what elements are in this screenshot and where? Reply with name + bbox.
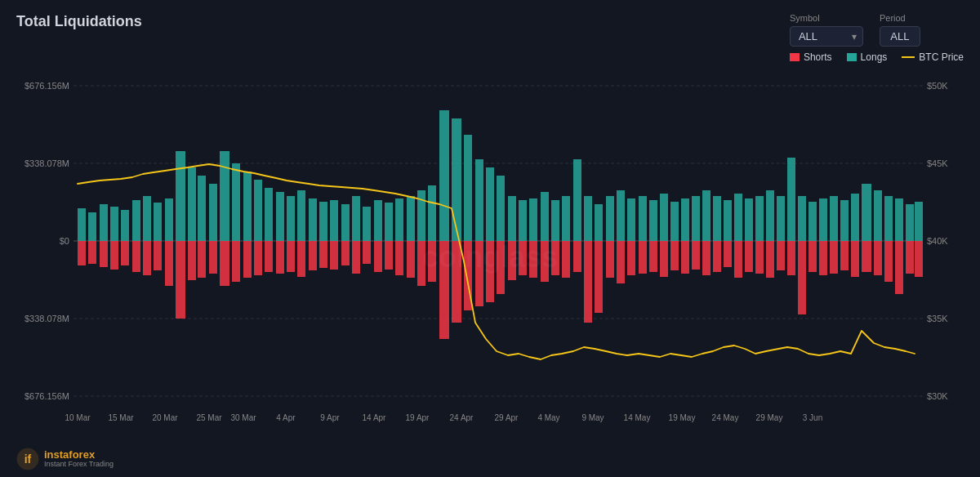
svg-rect-73 [385,241,393,270]
svg-rect-60 [319,202,327,241]
svg-rect-160 [862,184,871,241]
svg-rect-144 [777,196,785,241]
svg-rect-37 [188,241,196,280]
svg-rect-117 [627,241,635,275]
svg-text:$338.078M: $338.078M [24,158,69,168]
svg-rect-124 [670,202,679,241]
svg-rect-135 [724,241,732,267]
svg-rect-118 [639,196,647,241]
svg-rect-39 [198,241,206,278]
svg-rect-61 [319,241,327,268]
svg-text:19 May: 19 May [669,413,696,422]
svg-rect-70 [374,200,382,241]
svg-text:if: if [24,452,32,466]
svg-rect-126 [681,198,689,241]
svg-rect-25 [121,241,129,265]
svg-rect-17 [78,241,86,265]
svg-rect-91 [486,241,494,302]
svg-text:29 Apr: 29 Apr [495,413,519,422]
svg-text:$676.156M: $676.156M [24,81,69,91]
svg-rect-89 [475,241,483,306]
svg-rect-110 [595,204,603,241]
svg-text:$50K: $50K [927,81,948,91]
svg-rect-88 [475,159,483,241]
svg-rect-85 [452,241,461,323]
svg-rect-84 [452,118,461,241]
svg-rect-68 [363,207,371,241]
svg-text:10 Mar: 10 Mar [65,413,91,422]
svg-rect-38 [198,176,206,241]
svg-rect-107 [573,241,581,272]
svg-rect-33 [165,241,173,286]
btc-line [902,56,915,58]
svg-rect-22 [110,207,118,241]
instaforex-logo-icon: if [16,448,39,470]
legend: Shorts Longs BTC Price [790,51,964,63]
svg-rect-171 [915,241,923,277]
chart-area: coinglass $676.156M $338.078M $0 $338.07… [16,69,964,445]
svg-rect-62 [330,200,338,241]
svg-rect-99 [529,241,537,278]
symbol-control: Symbol ALL BTC ETH [790,13,863,47]
legend-longs: Longs [847,51,888,63]
footer: if instaforex Instant Forex Trading [16,448,114,470]
svg-rect-130 [702,190,710,241]
svg-rect-31 [154,241,162,270]
period-value[interactable]: ALL [880,26,920,47]
symbol-select[interactable]: ALL BTC ETH [790,26,863,47]
svg-rect-155 [830,241,838,274]
svg-rect-115 [617,241,625,283]
svg-text:29 May: 29 May [756,413,783,422]
svg-text:$45K: $45K [927,158,948,168]
svg-rect-156 [840,200,849,241]
period-control: Period ALL [880,13,920,47]
svg-rect-65 [341,241,350,265]
svg-rect-83 [439,241,449,339]
svg-rect-102 [551,200,559,241]
svg-rect-116 [627,198,635,241]
svg-rect-57 [297,241,305,277]
svg-rect-18 [88,212,96,241]
svg-rect-93 [497,241,505,294]
svg-rect-71 [374,241,382,272]
svg-rect-94 [508,196,516,241]
svg-rect-154 [830,196,838,241]
svg-rect-78 [417,190,425,241]
svg-rect-67 [352,241,360,274]
svg-rect-141 [755,241,764,274]
svg-rect-104 [562,196,570,241]
svg-rect-148 [798,196,806,241]
svg-rect-108 [584,196,592,241]
svg-rect-169 [906,241,914,274]
svg-rect-123 [660,241,668,277]
svg-rect-122 [660,194,668,241]
svg-rect-132 [713,196,721,241]
svg-rect-150 [808,202,817,241]
svg-rect-45 [232,241,240,282]
svg-rect-24 [121,210,129,241]
svg-rect-41 [209,241,217,274]
logo-area: if instaforex Instant Forex Trading [16,448,114,470]
svg-rect-49 [254,241,262,275]
svg-rect-165 [884,241,893,282]
legend-shorts: Shorts [790,51,832,63]
svg-rect-112 [606,196,614,241]
symbol-select-wrapper[interactable]: ALL BTC ETH [790,26,863,47]
svg-rect-44 [232,163,240,241]
svg-rect-129 [692,241,700,270]
svg-rect-166 [895,198,903,241]
svg-text:14 Apr: 14 Apr [363,413,387,422]
svg-rect-152 [819,198,827,241]
svg-rect-58 [309,198,317,241]
svg-text:$40K: $40K [927,236,948,246]
svg-rect-86 [464,135,472,241]
svg-rect-138 [745,198,753,241]
svg-rect-72 [385,203,393,241]
svg-rect-98 [529,198,537,241]
logo-main: instaforex [44,449,114,461]
svg-rect-16 [78,208,86,241]
logo-text: instaforex Instant Forex Trading [44,449,114,469]
svg-rect-48 [254,180,262,241]
svg-rect-103 [551,241,559,275]
svg-rect-145 [777,241,785,270]
